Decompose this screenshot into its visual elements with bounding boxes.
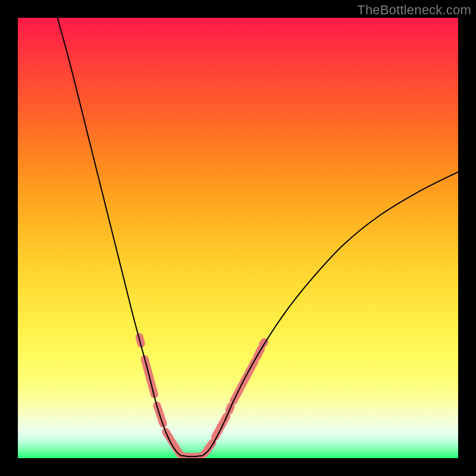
bottleneck-curve xyxy=(58,18,458,456)
marker-pill xyxy=(205,443,212,454)
chart-frame: TheBottleneck.com xyxy=(0,0,476,476)
marker-dots-group xyxy=(139,337,264,459)
watermark-text: TheBottleneck.com xyxy=(357,2,471,18)
chart-svg xyxy=(18,18,458,458)
plot-area xyxy=(18,18,458,458)
marker-pill xyxy=(166,432,180,455)
